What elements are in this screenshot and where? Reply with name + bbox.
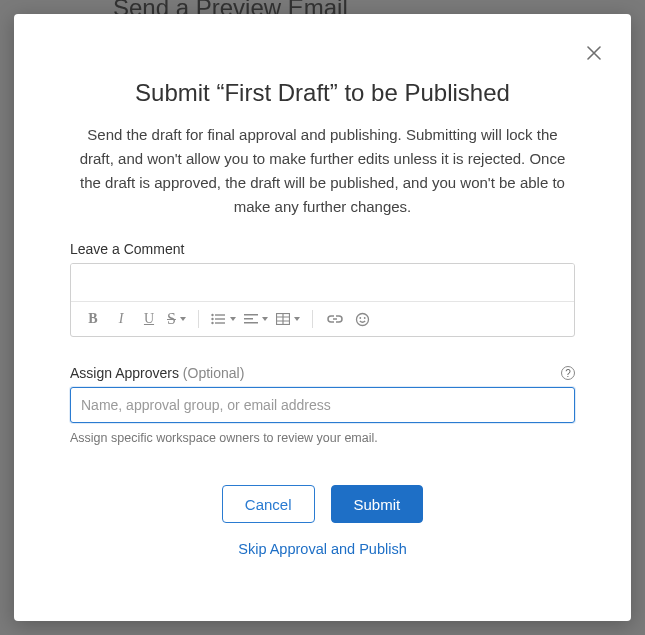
table-icon[interactable]	[274, 313, 302, 325]
editor-toolbar: B I U S	[71, 301, 574, 336]
svg-rect-6	[244, 314, 258, 316]
skip-approval-link[interactable]: Skip Approval and Publish	[70, 541, 575, 557]
strikethrough-icon[interactable]: S	[165, 310, 188, 328]
bold-icon[interactable]: B	[81, 307, 105, 331]
link-icon[interactable]	[323, 307, 347, 331]
underline-icon[interactable]: U	[137, 307, 161, 331]
svg-point-14	[360, 317, 362, 319]
svg-point-4	[211, 322, 213, 324]
svg-point-15	[364, 317, 366, 319]
svg-rect-1	[215, 314, 225, 315]
modal-description: Send the draft for final approval and pu…	[14, 123, 631, 219]
align-icon[interactable]	[242, 313, 270, 325]
svg-rect-8	[244, 322, 258, 324]
toolbar-separator	[312, 310, 313, 328]
list-icon[interactable]	[209, 313, 238, 325]
submit-draft-modal: Submit “First Draft” to be Published Sen…	[14, 14, 631, 621]
cancel-button[interactable]: Cancel	[222, 485, 315, 523]
svg-rect-7	[244, 318, 253, 320]
modal-title: Submit “First Draft” to be Published	[14, 79, 631, 107]
comment-textarea[interactable]	[71, 264, 574, 301]
comment-label: Leave a Comment	[70, 241, 575, 257]
italic-icon[interactable]: I	[109, 307, 133, 331]
emoji-icon[interactable]	[351, 307, 375, 331]
approvers-optional: (Optional)	[183, 365, 244, 381]
toolbar-separator	[198, 310, 199, 328]
svg-rect-5	[215, 322, 225, 323]
comment-editor[interactable]: B I U S	[70, 263, 575, 337]
svg-rect-3	[215, 318, 225, 319]
approvers-label: Assign Approvers	[70, 365, 179, 381]
approvers-input[interactable]	[70, 387, 575, 423]
submit-button[interactable]: Submit	[331, 485, 424, 523]
modal-backdrop: Send a Preview Email Submit “First Draft…	[0, 0, 645, 635]
svg-point-2	[211, 318, 213, 320]
approvers-helper-text: Assign specific workspace owners to revi…	[70, 431, 575, 445]
svg-point-0	[211, 314, 213, 316]
close-icon[interactable]	[587, 42, 601, 64]
help-icon[interactable]: ?	[561, 366, 575, 380]
svg-point-13	[357, 313, 369, 325]
